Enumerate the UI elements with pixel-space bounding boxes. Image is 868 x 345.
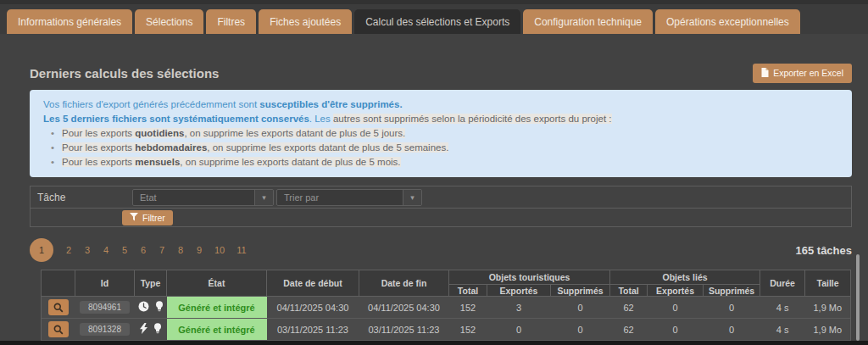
section-header: Derniers calculs des sélections Exporter… <box>30 63 852 83</box>
task-total-count: 165 tâches <box>796 244 853 257</box>
tasks-table: Id Type État Date de début Date de fin O… <box>41 270 851 345</box>
sort-select-value: Trier par <box>277 192 403 203</box>
excel-file-icon <box>761 68 769 79</box>
col-date-debut: Date de début <box>267 270 359 297</box>
lightbulb-icon <box>155 301 164 314</box>
rule-mensuels: Pour les exports mensuels, on supprime l… <box>43 155 838 170</box>
col-date-fin: Date de fin <box>359 270 449 297</box>
task-id-badge: 8091328 <box>80 323 130 336</box>
ol-exportes-cell: 0 <box>648 319 704 341</box>
funnel-icon <box>130 213 138 223</box>
ot-supprimes-cell: 0 <box>551 319 610 341</box>
status-badge: Généré et intégré <box>167 319 267 341</box>
col-group-objets-lies: Objets liés <box>610 270 760 285</box>
ol-supprimes-cell: 0 <box>704 297 760 319</box>
col-actions <box>42 270 75 297</box>
taille-cell: 1,9 Mo <box>805 319 851 341</box>
page-2[interactable]: 2 <box>65 245 72 255</box>
tab-configuration-technique[interactable]: Configuration technique <box>523 9 653 34</box>
tab-fiches-ajoutees[interactable]: Fiches ajoutées <box>259 9 352 34</box>
rule-quotidiens: Pour les exports quotidiens, on supprime… <box>43 126 838 141</box>
page-11[interactable]: 11 <box>236 245 246 255</box>
row-detail-button[interactable] <box>48 299 69 315</box>
col-duree: Durée <box>760 270 805 297</box>
date-debut-cell: 03/11/2025 11:23 <box>267 319 359 341</box>
row-detail-button[interactable] <box>48 321 69 337</box>
filter-actions-row: Filtrer <box>31 209 851 226</box>
col-ol-exportes: Exportés <box>648 285 704 297</box>
export-excel-label: Exporter en Excel <box>773 68 843 78</box>
scrollbar-thumb[interactable] <box>856 254 860 341</box>
page-10[interactable]: 10 <box>214 245 225 255</box>
table-row: 8091328 Généré et intégré 03/11/2025 11:… <box>42 319 851 341</box>
notice-line-2: Les 5 derniers fichiers sont systématiqu… <box>43 112 838 126</box>
col-ot-supprimes: Supprimés <box>551 285 610 297</box>
filter-fields-row: Tâche Etat ▾ Trier par ▾ <box>31 186 851 209</box>
ot-total-cell: 152 <box>449 319 487 341</box>
filter-button-label: Filtrer <box>142 213 165 223</box>
pagination-bar: 1 2 3 4 5 6 7 8 9 10 11 165 tâches <box>30 238 852 262</box>
main-tabbar: Informations générales Sélections Filtre… <box>0 4 868 34</box>
sort-select[interactable]: Trier par ▾ <box>276 189 422 206</box>
ol-supprimes-cell: 0 <box>704 319 760 341</box>
page-7[interactable]: 7 <box>159 245 165 255</box>
col-etat: État <box>167 270 267 297</box>
tab-selections[interactable]: Sélections <box>135 9 203 34</box>
chevron-down-icon: ▾ <box>403 190 421 205</box>
rule-hebdomadaires: Pour les exports hebdomadaires, on suppr… <box>43 141 838 155</box>
tab-calcul-selections-exports[interactable]: Calcul des sélections et Exports <box>354 9 520 34</box>
date-debut-cell: 04/11/2025 04:30 <box>267 297 359 319</box>
page-6[interactable]: 6 <box>140 245 147 255</box>
col-taille: Taille <box>805 270 851 297</box>
main-panel: Derniers calculs des sélections Exporter… <box>0 63 868 345</box>
state-select[interactable]: Etat ▾ <box>132 189 274 206</box>
tab-operations-exceptionnelles[interactable]: Opérations exceptionnelles <box>655 9 800 34</box>
col-ol-total: Total <box>610 285 648 297</box>
page-1[interactable]: 1 <box>30 238 53 262</box>
filter-button[interactable]: Filtrer <box>122 210 173 225</box>
ol-total-cell: 62 <box>610 319 648 341</box>
page-5[interactable]: 5 <box>121 245 128 255</box>
retention-notice: Vos fichiers d'export générés précédemme… <box>30 90 852 177</box>
duree-cell: 4 s <box>760 297 805 319</box>
page-9[interactable]: 9 <box>196 245 203 255</box>
page-4[interactable]: 4 <box>103 245 109 255</box>
status-badge: Généré et intégré <box>167 297 267 319</box>
ot-exportes-cell: 0 <box>487 319 551 341</box>
export-excel-button[interactable]: Exporter en Excel <box>753 64 852 83</box>
notice-line-1: Vos fichiers d'export générés précédemme… <box>43 97 838 112</box>
ot-total-cell: 152 <box>449 297 487 319</box>
ol-exportes-cell: 0 <box>648 297 704 319</box>
date-fin-cell: 03/11/2025 11:23 <box>359 319 449 341</box>
clock-icon <box>138 301 149 314</box>
task-id-badge: 8094961 <box>80 301 130 314</box>
tab-filtres[interactable]: Filtres <box>206 9 256 34</box>
retention-rules-list: Pour les exports quotidiens, on supprime… <box>43 126 838 170</box>
chevron-down-icon: ▾ <box>254 190 273 205</box>
tab-informations-generales[interactable]: Informations générales <box>7 9 132 34</box>
ot-supprimes-cell: 0 <box>551 297 610 319</box>
state-select-value: Etat <box>133 192 254 203</box>
col-type: Type <box>135 270 167 297</box>
col-ot-total: Total <box>449 285 487 297</box>
pagination-pages: 1 2 3 4 5 6 7 8 9 10 11 <box>30 238 247 262</box>
task-filter-label: Tâche <box>37 192 132 203</box>
lightbulb-icon <box>153 323 162 336</box>
page-title: Derniers calculs des sélections <box>30 66 219 81</box>
col-group-objets-touristiques: Objets touristiques <box>449 270 610 285</box>
window-bottom-strip <box>0 341 868 345</box>
page-3[interactable]: 3 <box>84 245 91 255</box>
page-8[interactable]: 8 <box>177 245 184 255</box>
ol-total-cell: 62 <box>610 297 648 319</box>
col-ol-supprimes: Supprimés <box>704 285 760 297</box>
col-id: Id <box>75 270 135 297</box>
taille-cell: 1,9 Mo <box>805 297 851 319</box>
duree-cell: 4 s <box>760 319 805 341</box>
lightning-icon <box>140 323 147 336</box>
col-ot-exportes: Exportés <box>487 285 551 297</box>
filter-panel: Tâche Etat ▾ Trier par ▾ Filtrer <box>30 186 852 227</box>
ot-exportes-cell: 3 <box>487 297 551 319</box>
date-fin-cell: 04/11/2025 04:30 <box>359 297 449 319</box>
table-row: 8094961 Généré et intégré 04/11/2025 04:… <box>42 297 851 319</box>
